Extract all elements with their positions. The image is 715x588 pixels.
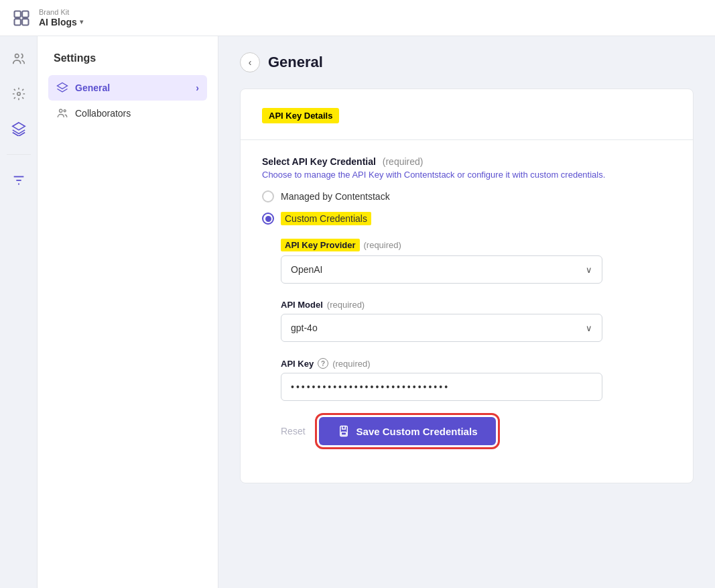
content-card: API Key Details Select API Key Credentia… [240, 89, 694, 483]
provider-field: API Key Provider (required) OpenAI ∨ [281, 239, 671, 284]
model-select[interactable]: gpt-4o ∨ [281, 314, 602, 342]
back-button[interactable]: ‹ [240, 52, 260, 72]
main-content: ‹ General API Key Details Select API Key… [218, 36, 715, 588]
svg-rect-0 [15, 11, 21, 17]
brand-kit-icon [11, 7, 32, 29]
nav-item-collaborators[interactable]: Collaborators [48, 101, 207, 126]
nav-sidebar: Settings General › Collaborators [38, 36, 218, 588]
svg-point-4 [15, 54, 19, 58]
provider-chevron: ∨ [586, 265, 592, 275]
reset-button[interactable]: Reset [281, 426, 306, 436]
rail-settings-icon[interactable] [7, 82, 31, 106]
svg-rect-1 [22, 11, 28, 17]
model-label: API Model (required) [281, 300, 671, 310]
custom-credentials-section: API Key Provider (required) OpenAI ∨ API… [281, 239, 671, 445]
model-chevron: ∨ [586, 323, 592, 333]
rail-layers-icon[interactable] [7, 117, 31, 141]
radio-custom-label: Custom Credentials [281, 212, 371, 225]
apikey-field: API Key ? (required) •••••••••••••••••••… [281, 358, 671, 401]
divider [241, 139, 693, 140]
section-tag: API Key Details [262, 108, 339, 123]
save-button[interactable]: Save Custom Credentials [319, 417, 497, 445]
nav-general-chevron: › [196, 82, 199, 93]
provider-label: API Key Provider (required) [281, 239, 671, 251]
radio-managed-circle [262, 190, 274, 202]
page-title: General [268, 54, 323, 71]
svg-marker-10 [58, 83, 68, 89]
apikey-help-icon[interactable]: ? [318, 358, 328, 369]
svg-point-5 [17, 93, 20, 96]
settings-title: Settings [48, 52, 207, 64]
nav-item-general[interactable]: General › [48, 75, 207, 101]
page-header: ‹ General [240, 52, 694, 72]
nav-collaborators-label: Collaborators [75, 108, 131, 119]
rail-filter-icon[interactable] [7, 168, 31, 192]
brand-label: Brand Kit [39, 8, 83, 17]
svg-marker-6 [12, 123, 24, 130]
radio-managed-label: Managed by Contentstack [281, 191, 390, 202]
top-bar: Brand Kit AI Blogs ▾ [0, 0, 715, 36]
radio-custom-circle [262, 213, 274, 225]
radio-managed[interactable]: Managed by Contentstack [262, 190, 671, 202]
nav-general-label: General [75, 82, 110, 93]
rail-users-icon[interactable] [7, 47, 31, 71]
apikey-input[interactable]: •••••••••••••••••••••••••••••• [281, 373, 602, 401]
save-icon [338, 425, 350, 437]
radio-custom[interactable]: Custom Credentials [262, 212, 671, 225]
provider-select[interactable]: OpenAI ∨ [281, 255, 602, 284]
top-bar-text: Brand Kit AI Blogs ▾ [39, 8, 83, 28]
svg-rect-14 [341, 432, 346, 436]
svg-point-12 [64, 110, 66, 112]
app-label[interactable]: AI Blogs ▾ [39, 17, 83, 28]
svg-rect-2 [15, 19, 21, 25]
action-row: Reset Save Custom Credentials [281, 417, 671, 445]
credential-field-label: Select API Key Credential (required) [262, 156, 671, 167]
icon-rail [0, 36, 38, 588]
credential-field-section: Select API Key Credential (required) Cho… [262, 156, 671, 445]
radio-group: Managed by Contentstack Custom Credentia… [262, 190, 671, 225]
apikey-label: API Key ? (required) [281, 358, 671, 369]
svg-rect-3 [22, 19, 28, 25]
credential-description: Choose to manage the API Key with Conten… [262, 170, 671, 180]
model-field: API Model (required) gpt-4o ∨ [281, 300, 671, 342]
svg-point-11 [60, 109, 63, 113]
app-chevron: ▾ [80, 18, 83, 26]
